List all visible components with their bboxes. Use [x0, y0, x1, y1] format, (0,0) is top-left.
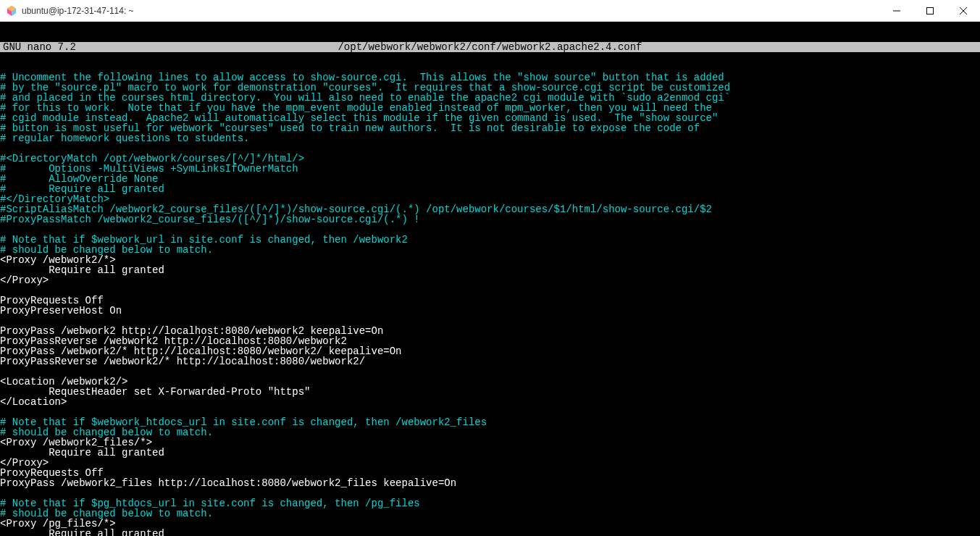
editor-line: # Require all granted [0, 184, 980, 194]
editor-line: # should be changed below to match. [0, 427, 980, 437]
editor-line: # cgid module instead. Apache2 will auto… [0, 113, 980, 123]
nano-file-path: /opt/webwork/webwork2/conf/webwork2.apac… [145, 42, 835, 52]
editor-line [0, 488, 980, 498]
editor-line: ProxyPass /webwork2 http://localhost:808… [0, 326, 980, 336]
editor-line: RequestHeader set X-Forwarded-Proto "htt… [0, 387, 980, 397]
close-button[interactable] [947, 0, 980, 22]
editor-line: # regular homework questions to students… [0, 133, 980, 143]
editor-body[interactable]: # Uncomment the following lines to allow… [0, 72, 980, 536]
editor-line: <Proxy /webwork2_files/*> [0, 437, 980, 448]
editor-line [0, 225, 980, 235]
editor-line: ProxyPassReverse /webwork2/* http://loca… [0, 356, 980, 367]
editor-line: Require all granted [0, 529, 980, 536]
editor-line: ProxyPass /webwork2_files http://localho… [0, 478, 980, 488]
window-controls [880, 0, 980, 22]
titlebar-left: ubuntu@ip-172-31-47-114: ~ [6, 5, 134, 17]
editor-line: <Proxy /pg_files/*> [0, 519, 980, 529]
app-icon [6, 5, 17, 17]
minimize-button[interactable] [880, 0, 913, 22]
editor-line: # Note that if $pg_htdocs_url in site.co… [0, 498, 980, 508]
editor-line [0, 367, 980, 377]
editor-line: # by the "source.pl" macro to work for d… [0, 83, 980, 93]
editor-line [0, 407, 980, 417]
editor-line: # Note that if $webwork_url in site.conf… [0, 235, 980, 245]
editor-line: #</DirectoryMatch> [0, 194, 980, 204]
editor-line: # Uncomment the following lines to allow… [0, 72, 980, 83]
editor-line: </Location> [0, 397, 980, 407]
editor-line: # Note that if $webwork_htdocs_url in si… [0, 417, 980, 427]
window-title: ubuntu@ip-172-31-47-114: ~ [22, 6, 134, 16]
maximize-button[interactable] [913, 0, 947, 22]
editor-line: # should be changed below to match. [0, 508, 980, 519]
editor-line [0, 316, 980, 326]
nano-app-label: GNU nano 7.2 [0, 42, 145, 52]
editor-line: # and placed in the courses html directo… [0, 93, 980, 103]
editor-line: # button is most useful for webwork "cou… [0, 123, 980, 133]
editor-line: ProxyRequests Off [0, 296, 980, 306]
editor-line: #ScriptAliasMatch /webwork2_course_files… [0, 204, 980, 214]
editor-line: <Location /webwork2/> [0, 377, 980, 387]
editor-line: ProxyPassReverse /webwork2 http://localh… [0, 336, 980, 346]
editor-line: # should be changed below to match. [0, 245, 980, 255]
nano-header: GNU nano 7.2 /opt/webwork/webwork2/conf/… [0, 42, 980, 52]
nano-header-right [835, 42, 980, 52]
editor-line [0, 143, 980, 154]
editor-line: ProxyPreserveHost On [0, 306, 980, 316]
editor-line: ProxyPass /webwork2/* http://localhost:8… [0, 346, 980, 356]
editor-line: #<DirectoryMatch /opt/webwork/courses/[^… [0, 154, 980, 164]
editor-line: Require all granted [0, 265, 980, 275]
editor-line: # AllowOverride None [0, 174, 980, 184]
window-titlebar: ubuntu@ip-172-31-47-114: ~ [0, 0, 980, 22]
editor-line [0, 285, 980, 296]
editor-line: </Proxy> [0, 275, 980, 285]
terminal-area[interactable]: GNU nano 7.2 /opt/webwork/webwork2/conf/… [0, 22, 980, 536]
editor-line: # for this to work. Note that if you hav… [0, 103, 980, 113]
editor-line: # Options -MultiViews +SymLinksIfOwnerMa… [0, 164, 980, 174]
editor-line: </Proxy> [0, 458, 980, 468]
editor-line: <Proxy /webwork2/*> [0, 255, 980, 265]
editor-line: ProxyRequests Off [0, 468, 980, 478]
editor-line: #ProxyPassMatch /webwork2_course_files/(… [0, 214, 980, 225]
svg-rect-4 [927, 7, 934, 14]
editor-line: Require all granted [0, 448, 980, 458]
